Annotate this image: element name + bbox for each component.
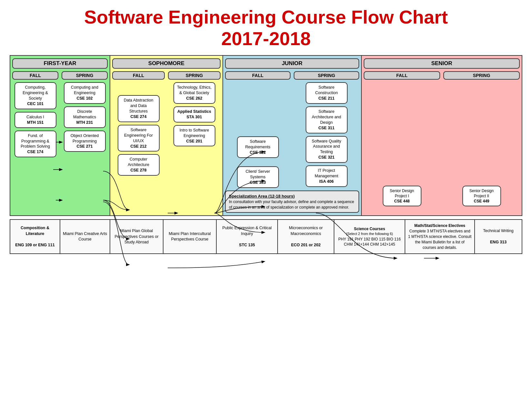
isa406-code: ISA 406 xyxy=(309,179,344,184)
first-spring-courses: Computing and Engineering CSE 102 Discre… xyxy=(62,82,108,213)
junior-semesters: FALL SPRING xyxy=(225,71,359,80)
soph-spring-label: SPRING xyxy=(168,71,221,80)
mth151-name: Calculus I xyxy=(18,114,53,120)
junior-column: JUNIOR FALL SPRING Software Requirements… xyxy=(223,56,362,215)
senior-courses: Senior Design Project I CSE 448 Senior D… xyxy=(364,82,520,213)
cse212-name: Software Engineering For UI/UX xyxy=(121,127,156,144)
cse174-box: Fund. of Programming & Problem Solving C… xyxy=(15,131,56,158)
bottom-eng109: Composition & Literature ENG 109 or ENG … xyxy=(10,220,60,253)
cse102-code: CSE 102 xyxy=(67,96,103,101)
first-year-header: FIRST-YEAR xyxy=(12,58,108,69)
page-title: Software Engineering Course Flow Chart20… xyxy=(10,6,522,49)
bottom-mathstat: Math/Stat/Science Electives Complete 3 M… xyxy=(405,220,475,253)
jr-spring-label: SPRING xyxy=(294,71,359,80)
cse102-box: Computing and Engineering CSE 102 xyxy=(64,82,106,104)
mth231-name: Discrete Mathematics xyxy=(67,109,103,120)
first-year-semesters: FALL SPRING xyxy=(12,71,108,80)
sta301-name: Applied Statistics xyxy=(177,109,212,114)
cse274-box: Data Abstraction and Data Structures CSE… xyxy=(118,95,160,122)
cse262-code: CSE 262 xyxy=(177,96,212,101)
cse174-code: CSE 174 xyxy=(18,149,53,155)
bottom-stc135: Public Expression & Critical Inquiry STC… xyxy=(217,220,278,253)
cse212-box: Software Engineering For UI/UX CSE 212 xyxy=(118,125,160,152)
senior-semesters: FALL SPRING xyxy=(364,71,520,80)
jr-fall-label: FALL xyxy=(225,71,291,80)
cse262-name: Technology, Ethics, & Global Society xyxy=(177,85,212,96)
cse271-box: Object Oriented Programming CSE 271 xyxy=(64,131,106,152)
spec-title: Specialization Area (12-18 hours) xyxy=(229,193,355,199)
first-spring-label: SPRING xyxy=(62,71,108,80)
bottom-eng313: Technical Writing ENG 313 xyxy=(475,220,522,253)
cse383-box: Client/ Server Systems CSE 383 xyxy=(237,166,279,188)
cse212-code: CSE 212 xyxy=(121,144,156,149)
first-year-courses: Computing, Engineering & Society CEC 101… xyxy=(12,82,108,213)
page: Software Engineering Course Flow Chart20… xyxy=(0,0,532,260)
cse449-code: CSE 449 xyxy=(466,199,498,204)
cse321-name: Software Quality Assurance and Testing xyxy=(309,139,344,155)
first-fall-courses: Computing, Engineering & Society CEC 101… xyxy=(12,82,58,213)
sophomore-semesters: FALL SPRING xyxy=(112,71,221,80)
cse322-name: Software Requirements xyxy=(240,139,276,150)
first-fall-label: FALL xyxy=(12,71,58,80)
cse383-code: CSE 383 xyxy=(240,180,276,185)
cse262-box: Technology, Ethics, & Global Society CSE… xyxy=(173,82,215,104)
soph-fall-courses: Data Abstraction and Data Structures CSE… xyxy=(112,82,165,213)
sophomore-header: SOPHOMORE xyxy=(112,58,221,69)
sr-spring-label: SPRING xyxy=(443,71,520,80)
mth151-code: MTH 151 xyxy=(18,120,53,125)
sophomore-courses: Data Abstraction and Data Structures CSE… xyxy=(112,82,221,213)
cse448-name: Senior Design Project I xyxy=(386,188,418,199)
cse322-box: Software Requirements CSE 322 xyxy=(237,136,279,158)
cse321-code: CSE 321 xyxy=(309,155,344,160)
cse271-name: Object Oriented Programming xyxy=(67,133,103,144)
cse448-box: Senior Design Project I CSE 448 xyxy=(383,186,421,207)
cse311-name: Software Architecture and Design xyxy=(309,109,344,125)
mth231-box: Discrete Mathematics MTH 231 xyxy=(64,106,106,128)
cse201-code: CSE 201 xyxy=(177,139,212,144)
bottom-creative-arts: Miami Plan Creative Arts Course xyxy=(60,220,110,253)
flowchart: FIRST-YEAR FALL SPRING Computing, Engine… xyxy=(10,55,522,216)
cse211-name: Software Construction xyxy=(309,85,344,96)
jr-fall-courses: Software Requirements CSE 322 Client/ Se… xyxy=(225,82,291,188)
bottom-science: Science Courses (Select 2 from the follo… xyxy=(334,220,405,253)
sta301-box: Applied Statistics STA 301 xyxy=(173,106,215,122)
bottom-intercultural: Miami Plan Intercultural Perspectives Co… xyxy=(163,220,217,253)
isa406-box: IT Project Management ISA 406 xyxy=(306,165,348,187)
isa406-name: IT Project Management xyxy=(309,168,344,179)
spec-box: Specialization Area (12-18 hours) In con… xyxy=(225,191,359,213)
cse211-box: Software Construction CSE 211 xyxy=(306,82,348,104)
cse174-name: Fund. of Programming & Problem Solving xyxy=(18,133,53,150)
cec101-box: Computing, Engineering & Society CEC 101 xyxy=(15,82,56,109)
junior-courses: Software Requirements CSE 322 Client/ Se… xyxy=(225,82,359,188)
sr-spring-courses: Senior Design Project II CSE 449 xyxy=(443,183,520,207)
cse102-name: Computing and Engineering xyxy=(67,85,103,96)
bottom-eco: Microeconomics or Macroeconomics ECO 201… xyxy=(278,220,334,253)
senior-header: SENIOR xyxy=(364,58,520,69)
flowchart-wrapper: FIRST-YEAR FALL SPRING Computing, Engine… xyxy=(10,55,522,216)
cse271-code: CSE 271 xyxy=(67,144,103,149)
cse278-name: Computer Architecture xyxy=(121,157,156,168)
cse274-code: CSE 274 xyxy=(121,114,156,120)
cse449-box: Senior Design Project II CSE 449 xyxy=(462,186,501,207)
cse448-code: CSE 448 xyxy=(386,199,418,204)
junior-header: JUNIOR xyxy=(225,58,359,69)
cse201-box: Intro to Software Engineering CSE 201 xyxy=(173,125,215,147)
sophomore-column: SOPHOMORE FALL SPRING Data Abstraction a… xyxy=(110,56,223,215)
cec101-name: Computing, Engineering & Society xyxy=(18,85,53,101)
senior-column: SENIOR FALL SPRING Senior Design Project… xyxy=(362,56,522,215)
cec101-code: CEC 101 xyxy=(18,101,53,107)
spec-text: In consultation with your faculty adviso… xyxy=(229,199,355,210)
cse383-name: Client/ Server Systems xyxy=(240,169,276,180)
sr-fall-label: FALL xyxy=(364,71,440,80)
bottom-global: Miami Plan Global Perspectives Courses o… xyxy=(110,220,163,253)
cse321-box: Software Quality Assurance and Testing C… xyxy=(306,136,348,163)
first-year-column: FIRST-YEAR FALL SPRING Computing, Engine… xyxy=(10,56,110,215)
cse278-box: Computer Architecture CSE 278 xyxy=(118,154,160,176)
soph-fall-label: FALL xyxy=(112,71,165,80)
cse311-box: Software Architecture and Design CSE 311 xyxy=(306,106,348,133)
cse201-name: Intro to Software Engineering xyxy=(177,128,212,139)
sr-fall-courses: Senior Design Project I CSE 448 xyxy=(364,183,440,207)
sta301-code: STA 301 xyxy=(177,114,212,120)
cse449-name: Senior Design Project II xyxy=(466,188,498,199)
cse278-code: CSE 278 xyxy=(121,168,156,173)
